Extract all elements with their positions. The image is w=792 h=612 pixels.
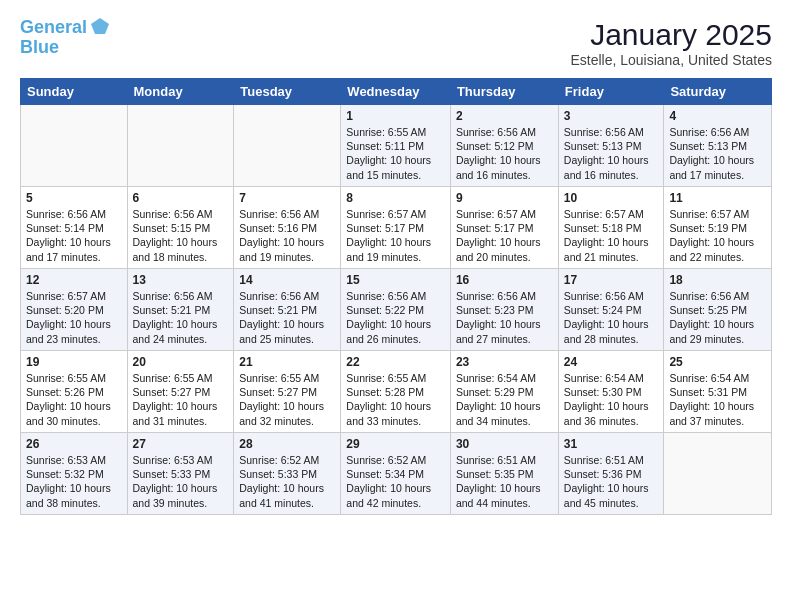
day-info-line: Sunset: 5:16 PM xyxy=(239,221,335,235)
day-number: 11 xyxy=(669,191,766,205)
day-info-line: Sunrise: 6:57 AM xyxy=(564,207,659,221)
day-info-line: Sunset: 5:27 PM xyxy=(133,385,229,399)
location: Estelle, Louisiana, United States xyxy=(570,52,772,68)
table-row xyxy=(21,105,128,187)
day-number: 28 xyxy=(239,437,335,451)
table-row: 6Sunrise: 6:56 AMSunset: 5:15 PMDaylight… xyxy=(127,187,234,269)
day-info-line: Sunset: 5:34 PM xyxy=(346,467,445,481)
day-number: 21 xyxy=(239,355,335,369)
header-monday: Monday xyxy=(127,79,234,105)
day-info-line: Sunset: 5:19 PM xyxy=(669,221,766,235)
day-info-line: Sunrise: 6:56 AM xyxy=(669,289,766,303)
day-number: 20 xyxy=(133,355,229,369)
day-info-line: Sunrise: 6:56 AM xyxy=(564,125,659,139)
day-info-line: Sunrise: 6:56 AM xyxy=(346,289,445,303)
calendar-week-row: 12Sunrise: 6:57 AMSunset: 5:20 PMDayligh… xyxy=(21,269,772,351)
table-row: 24Sunrise: 6:54 AMSunset: 5:30 PMDayligh… xyxy=(558,351,664,433)
day-info-line: Sunset: 5:33 PM xyxy=(133,467,229,481)
table-row: 16Sunrise: 6:56 AMSunset: 5:23 PMDayligh… xyxy=(450,269,558,351)
day-info-line: Daylight: 10 hours xyxy=(669,153,766,167)
day-info-line: and 24 minutes. xyxy=(133,332,229,346)
calendar-header-row: Sunday Monday Tuesday Wednesday Thursday… xyxy=(21,79,772,105)
day-info-line: and 20 minutes. xyxy=(456,250,553,264)
day-info-line: Daylight: 10 hours xyxy=(26,317,122,331)
day-info-line: Sunset: 5:32 PM xyxy=(26,467,122,481)
day-info-line: Daylight: 10 hours xyxy=(669,399,766,413)
day-number: 22 xyxy=(346,355,445,369)
day-info-line: Sunset: 5:31 PM xyxy=(669,385,766,399)
month-title: January 2025 xyxy=(570,18,772,52)
day-info-line: and 34 minutes. xyxy=(456,414,553,428)
day-info-line: Sunset: 5:22 PM xyxy=(346,303,445,317)
day-info-line: Sunrise: 6:52 AM xyxy=(346,453,445,467)
day-number: 15 xyxy=(346,273,445,287)
day-info-line: Sunrise: 6:56 AM xyxy=(456,289,553,303)
table-row: 14Sunrise: 6:56 AMSunset: 5:21 PMDayligh… xyxy=(234,269,341,351)
day-info-line: Sunrise: 6:56 AM xyxy=(669,125,766,139)
day-info-line: Sunset: 5:13 PM xyxy=(564,139,659,153)
table-row: 3Sunrise: 6:56 AMSunset: 5:13 PMDaylight… xyxy=(558,105,664,187)
day-info-line: and 45 minutes. xyxy=(564,496,659,510)
day-info-line: Daylight: 10 hours xyxy=(133,399,229,413)
day-info-line: Sunrise: 6:51 AM xyxy=(564,453,659,467)
table-row: 23Sunrise: 6:54 AMSunset: 5:29 PMDayligh… xyxy=(450,351,558,433)
table-row: 30Sunrise: 6:51 AMSunset: 5:35 PMDayligh… xyxy=(450,433,558,515)
day-info-line: Sunset: 5:15 PM xyxy=(133,221,229,235)
day-number: 16 xyxy=(456,273,553,287)
day-info-line: Daylight: 10 hours xyxy=(346,317,445,331)
day-info-line: Daylight: 10 hours xyxy=(564,153,659,167)
day-info-line: Daylight: 10 hours xyxy=(564,399,659,413)
day-info-line: Sunset: 5:28 PM xyxy=(346,385,445,399)
title-block: January 2025 Estelle, Louisiana, United … xyxy=(570,18,772,68)
day-info-line: Sunrise: 6:56 AM xyxy=(456,125,553,139)
day-info-line: and 17 minutes. xyxy=(669,168,766,182)
day-number: 9 xyxy=(456,191,553,205)
day-info-line: and 26 minutes. xyxy=(346,332,445,346)
day-info-line: and 31 minutes. xyxy=(133,414,229,428)
calendar-week-row: 19Sunrise: 6:55 AMSunset: 5:26 PMDayligh… xyxy=(21,351,772,433)
day-info-line: and 16 minutes. xyxy=(564,168,659,182)
day-number: 5 xyxy=(26,191,122,205)
day-info-line: Sunset: 5:18 PM xyxy=(564,221,659,235)
table-row: 5Sunrise: 6:56 AMSunset: 5:14 PMDaylight… xyxy=(21,187,128,269)
day-number: 17 xyxy=(564,273,659,287)
header-thursday: Thursday xyxy=(450,79,558,105)
day-info-line: and 22 minutes. xyxy=(669,250,766,264)
day-info-line: Daylight: 10 hours xyxy=(669,235,766,249)
day-info-line: Sunrise: 6:54 AM xyxy=(456,371,553,385)
day-number: 8 xyxy=(346,191,445,205)
day-number: 3 xyxy=(564,109,659,123)
day-info-line: Daylight: 10 hours xyxy=(669,317,766,331)
day-info-line: and 21 minutes. xyxy=(564,250,659,264)
day-number: 10 xyxy=(564,191,659,205)
day-info-line: Sunrise: 6:51 AM xyxy=(456,453,553,467)
day-info-line: Daylight: 10 hours xyxy=(346,399,445,413)
day-info-line: Sunrise: 6:55 AM xyxy=(239,371,335,385)
day-info-line: Sunset: 5:23 PM xyxy=(456,303,553,317)
day-info-line: Sunrise: 6:57 AM xyxy=(669,207,766,221)
day-info-line: Sunset: 5:17 PM xyxy=(346,221,445,235)
day-info-line: Sunrise: 6:54 AM xyxy=(564,371,659,385)
day-info-line: and 16 minutes. xyxy=(456,168,553,182)
table-row: 9Sunrise: 6:57 AMSunset: 5:17 PMDaylight… xyxy=(450,187,558,269)
day-number: 12 xyxy=(26,273,122,287)
day-info-line: Sunset: 5:21 PM xyxy=(133,303,229,317)
day-info-line: Sunrise: 6:56 AM xyxy=(133,207,229,221)
day-number: 24 xyxy=(564,355,659,369)
table-row xyxy=(234,105,341,187)
table-row: 8Sunrise: 6:57 AMSunset: 5:17 PMDaylight… xyxy=(341,187,451,269)
day-info-line: Daylight: 10 hours xyxy=(564,235,659,249)
day-info-line: and 44 minutes. xyxy=(456,496,553,510)
day-info-line: Daylight: 10 hours xyxy=(133,235,229,249)
day-info-line: Daylight: 10 hours xyxy=(239,399,335,413)
day-info-line: Sunset: 5:12 PM xyxy=(456,139,553,153)
day-number: 6 xyxy=(133,191,229,205)
day-info-line: Sunrise: 6:56 AM xyxy=(133,289,229,303)
day-info-line: Sunrise: 6:55 AM xyxy=(26,371,122,385)
table-row xyxy=(664,433,772,515)
day-info-line: and 19 minutes. xyxy=(239,250,335,264)
day-info-line: Daylight: 10 hours xyxy=(456,153,553,167)
header-friday: Friday xyxy=(558,79,664,105)
day-info-line: Sunset: 5:17 PM xyxy=(456,221,553,235)
table-row: 21Sunrise: 6:55 AMSunset: 5:27 PMDayligh… xyxy=(234,351,341,433)
